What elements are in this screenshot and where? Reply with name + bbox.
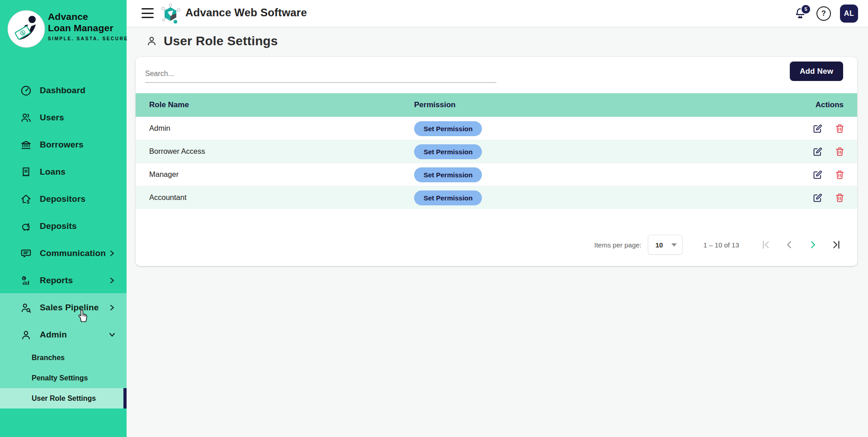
role-name-cell: Admin [149,124,170,133]
question-mark-icon: ? [821,10,826,18]
chevron-right-icon [807,239,819,251]
sidebar-item-label: Dashboard [40,86,85,95]
edit-icon [812,146,823,157]
pagination-range-label: 1 – 10 of 13 [703,241,739,249]
top-header: Advance Web Software 5 ? AL [127,0,868,27]
sidebar-item-deposits[interactable]: Deposits [0,213,127,240]
sidebar-item-label: Depositors [40,194,85,204]
receipt-icon [20,166,32,178]
delete-role-button[interactable] [834,192,845,204]
sidebar-item-admin[interactable]: Admin [0,321,127,348]
table-header-row: Role Name Permission Actions [136,93,857,117]
sidebar-item-label: Deposits [40,221,77,231]
sidebar-item-label: Reports [40,276,73,285]
brand-logo-block: $ Advance Loan Manager SIMPLE. SASTA. SE… [0,0,127,55]
delete-role-button[interactable] [834,169,845,180]
set-permission-button[interactable]: Set Permission [414,144,482,159]
person-search-icon [20,302,32,314]
app-title: Advance Web Software [185,6,307,19]
submenu-item-label: Branches [32,354,65,362]
submenu-item-user-role-settings[interactable]: User Role Settings [0,388,127,408]
items-per-page-label: Items per page: [594,241,642,249]
sidebar-item-label: Loans [40,167,66,177]
chevron-right-icon [108,250,116,257]
sidebar-item-label: Sales Pipeline [40,303,99,313]
edit-role-button[interactable] [812,192,823,204]
set-permission-button[interactable]: Set Permission [414,190,482,205]
table-row: Admin Set Permission [136,117,857,140]
edit-role-button[interactable] [812,123,823,134]
sidebar-item-communication[interactable]: Communication [0,240,127,267]
table-row: Borrower Access Set Permission [136,140,857,163]
items-per-page-select[interactable]: 10 [648,235,683,255]
user-avatar[interactable]: AL [840,5,858,23]
last-page-icon [830,239,842,251]
submenu-item-branches[interactable]: Branches [0,347,127,368]
sidebar-item-users[interactable]: Users [0,104,127,131]
brand-tagline: SIMPLE. SASTA. SECURE [48,36,128,41]
piggy-bank-icon [20,220,32,233]
delete-role-button[interactable] [834,123,845,134]
trash-icon [834,169,845,180]
sidebar-item-label: Borrowers [40,140,84,150]
items-per-page-value: 10 [656,241,663,249]
hamburger-menu-icon[interactable] [142,8,154,18]
role-name-cell: Manager [149,170,179,179]
edit-icon [812,123,823,134]
sidebar-item-label: Admin [40,330,67,340]
set-permission-button[interactable]: Set Permission [414,167,482,182]
sidebar-item-borrowers[interactable]: Borrowers [0,131,127,158]
set-permission-button[interactable]: Set Permission [414,121,482,136]
first-page-button[interactable] [760,239,772,251]
previous-page-button[interactable] [783,239,795,251]
help-button[interactable]: ? [816,6,831,21]
edit-icon [812,169,823,180]
user-roles-card: Add New Role Name Permission Actions Adm… [136,57,857,266]
last-page-button[interactable] [830,239,842,251]
gauge-icon [20,85,32,97]
column-header-actions: Actions [816,100,844,109]
submenu-item-label: Penalty Settings [32,374,88,382]
notification-count-badge: 5 [801,4,811,14]
column-header-role-name: Role Name [149,100,189,109]
notifications-button[interactable]: 5 [794,6,807,21]
sidebar-item-loans[interactable]: Loans [0,158,127,185]
house-dollar-icon [20,193,32,205]
role-name-cell: Borrower Access [149,147,205,156]
table-row: Manager Set Permission [136,163,857,186]
active-item-indicator [123,388,127,408]
edit-role-button[interactable] [812,169,823,180]
chevron-down-icon [108,331,116,338]
page-header: User Role Settings [127,27,868,55]
chevron-right-icon [108,277,116,284]
trash-icon [834,123,845,134]
users-icon [20,112,32,124]
select-caret-icon [671,243,677,247]
edit-icon [812,192,823,204]
pagination-bar: Items per page: 10 1 – 10 of 13 [136,234,842,255]
sidebar-item-sales-pipeline[interactable]: Sales Pipeline [0,294,127,321]
sidebar-item-depositors[interactable]: Depositors [0,185,127,213]
search-input[interactable] [145,67,496,83]
person-icon [20,329,32,341]
page-title: User Role Settings [164,34,278,48]
sidebar-item-reports[interactable]: Reports [0,267,127,294]
trash-icon [834,146,845,157]
first-page-icon [760,239,772,251]
trash-icon [834,192,845,204]
submenu-item-penalty-settings[interactable]: Penalty Settings [0,368,127,388]
loan-manager-logo-icon: $ [5,4,48,52]
chevron-left-icon [783,239,795,251]
chat-icon [20,247,32,260]
chevron-right-icon [108,304,116,311]
brand-name-line1: Advance [48,11,128,22]
sidebar-item-dashboard[interactable]: Dashboard [0,77,127,104]
edit-role-button[interactable] [812,146,823,157]
sidebar-item-label: Communication [40,248,106,258]
next-page-button[interactable] [807,239,819,251]
delete-role-button[interactable] [834,146,845,157]
sidebar-item-label: Users [40,113,64,123]
add-new-button[interactable]: Add New [790,62,843,81]
role-name-cell: Accountant [149,193,187,202]
brand-name-line2: Loan Manager [48,22,128,33]
